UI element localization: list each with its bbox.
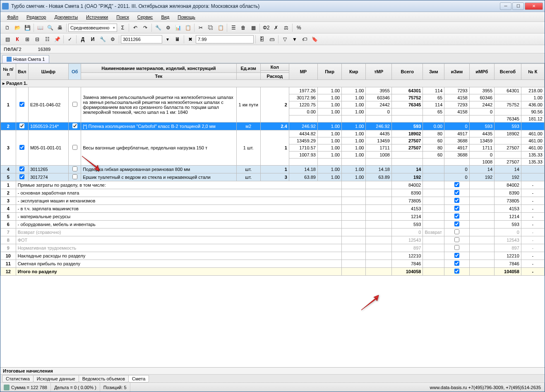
code-input[interactable] [121,35,162,43]
checkbox[interactable] [454,190,459,195]
redo-icon[interactable]: ↷ [141,23,150,32]
checkbox[interactable] [19,102,24,107]
menu-file[interactable]: Файл [4,13,22,21]
print-icon[interactable]: 🖶 [55,23,65,32]
undo-icon[interactable]: ↶ [131,23,140,32]
grid2-icon[interactable]: ⊟ [33,35,42,44]
tab-source[interactable]: Исходные данные [33,375,79,382]
checkbox[interactable] [72,102,77,107]
grid-icon[interactable]: ⊞ [23,35,32,44]
tag-icon[interactable]: 🏷 [300,35,309,44]
table-row: 21050519-214*[*] Пленка изоляционная "Ca… [1,123,545,130]
summary-row: 11Сметная прибыль по разделу78467846- [1,260,545,268]
checkbox[interactable] [72,145,77,150]
calc-icon[interactable]: 🖩 [173,35,182,44]
tool3-icon[interactable]: 📊 [173,23,182,32]
bottom-tabs: Статистика Исходные данные Ведомость объ… [0,374,545,382]
menu-editor[interactable]: Редактор [23,13,49,21]
checkbox[interactable] [19,123,24,128]
window-title: Турбо сметчик - Новая Смета 1 (ОАО "РЖД"… [11,3,500,9]
menu-view[interactable]: Вид [158,13,173,21]
checkbox[interactable] [454,206,459,211]
dropdown-icon[interactable]: ▾ [163,35,172,44]
paste-icon[interactable]: 📋 [216,23,225,32]
checkbox[interactable] [72,166,77,171]
summary-row: 12Итого по разделу104058104058- [1,268,545,276]
phi-icon[interactable]: Φ2 [262,23,271,32]
checkbox[interactable] [454,245,459,250]
close-button[interactable]: ✕ [525,2,543,10]
db2-icon[interactable]: 🗃 [267,35,276,44]
cut-icon[interactable]: ✂ [196,23,205,32]
price-input[interactable] [196,35,254,43]
save-icon[interactable]: 💾 [23,23,32,32]
table-row: 1Е28-01-046-02Замена звеньев рельсошпаль… [1,87,545,94]
filter2-icon[interactable]: ▼ [290,35,299,44]
x-icon[interactable]: ✖ [186,35,195,44]
pin-icon[interactable]: 📌 [53,35,62,44]
checkbox[interactable] [72,174,77,179]
checkbox[interactable] [19,145,24,150]
checkbox[interactable] [454,221,459,226]
annotation-arrow-2 [360,294,381,311]
checkbox[interactable] [454,269,459,274]
section-header: ▸ Раздел 1. [1,80,545,87]
status-positions: Позиций: 5 [100,383,130,392]
k-icon[interactable]: К [13,35,22,44]
sigma-icon[interactable]: Σ [118,23,127,32]
checkbox[interactable] [454,237,459,242]
list-icon[interactable]: ☰ [229,23,238,32]
menu-search[interactable]: Поиск [113,13,132,21]
minimize-button[interactable]: ─ [500,2,511,10]
checkbox[interactable] [454,182,459,187]
checkbox[interactable] [454,214,459,219]
weighting-combo[interactable]: Средневзвешенно [68,24,117,32]
strike-icon[interactable]: ✗ [271,23,281,32]
wrench-icon[interactable]: 🔧 [98,35,107,44]
menu-documents[interactable]: Документы [51,13,81,21]
tab-stats[interactable]: Статистика [2,375,34,382]
checkbox[interactable] [454,253,459,258]
gear-icon[interactable]: ⚙ [108,35,117,44]
tab-estimate[interactable]: Смета [128,375,149,382]
menu-help[interactable]: Помощь [174,13,199,21]
tool2-icon[interactable]: ⚙ [163,23,173,32]
totals-header: Итоговые начисления [0,367,545,374]
filter-icon[interactable]: ▽ [280,35,289,44]
list2-icon[interactable]: ☷ [43,35,52,44]
summary-row: 3- эксплуатация машин и механизмов738057… [1,197,545,205]
percent-icon[interactable]: % [294,23,303,32]
row-icon[interactable]: ▤ [3,35,12,44]
tool4-icon[interactable]: 📋 [183,23,192,32]
d-icon[interactable]: Д [78,35,87,44]
checkbox[interactable] [454,229,459,234]
checkbox[interactable] [72,123,77,128]
book-icon[interactable]: 📖 [36,23,45,32]
check-icon[interactable]: ✓ [65,35,74,44]
checkbox[interactable] [454,198,459,203]
search-icon[interactable]: 🔍 [46,23,55,32]
checkbox[interactable] [19,166,24,171]
menu-service[interactable]: Сервис [134,13,156,21]
summary-row: 2- основная заработная плата83908390- [1,189,545,197]
i-icon[interactable]: И [88,35,97,44]
grid-area[interactable]: № п/п Вкл Шифр Об Наименование материало… [0,63,545,367]
table-icon[interactable]: ▦ [249,23,258,32]
db-icon[interactable]: 🗄 [257,35,266,44]
new-icon[interactable]: 🗋 [3,23,12,32]
tab-volumes[interactable]: Ведомость объемов [79,375,129,382]
tool-icon[interactable]: 🔧 [154,23,163,32]
open-icon[interactable]: 📂 [13,23,22,32]
flag-value: 16389 [38,47,51,52]
delete-icon[interactable]: 🗑 [239,23,248,32]
checkbox[interactable] [19,174,24,179]
estimate-grid: № п/п Вкл Шифр Об Наименование материало… [0,63,545,276]
maximize-button[interactable]: ☐ [512,2,524,10]
tag2-icon[interactable]: 🔖 [310,35,319,44]
menu-bar: Файл Редактор Документы Источники Поиск … [0,12,545,22]
copy-icon[interactable]: ⿻ [206,23,215,32]
doc-tab[interactable]: Новая Смета 1 [2,55,49,63]
menu-sources[interactable]: Источники [83,13,111,21]
checkbox[interactable] [454,261,459,266]
balance-icon[interactable]: ⚖ [281,23,291,32]
